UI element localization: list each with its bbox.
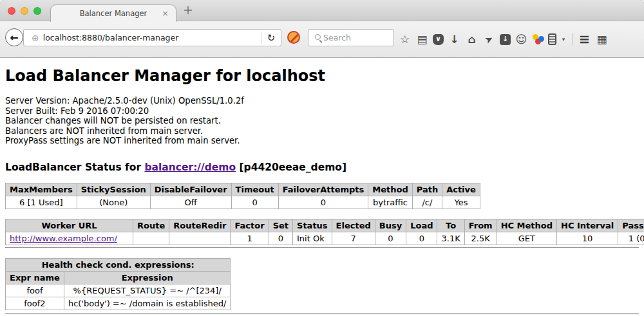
column-header: Load [406, 219, 437, 232]
cell: %{REQUEST_STATUS} =~ /^[234]/ [64, 284, 231, 297]
horizontal-rule [5, 247, 639, 248]
pocket-icon[interactable]: ∨ [433, 34, 444, 45]
page-content: Load Balancer Manager for localhost Serv… [0, 58, 644, 316]
server-info: Server Version: Apache/2.5.0-dev (Unix) … [5, 96, 639, 146]
info-line: Server Built: Feb 9 2016 07:00:20 [5, 106, 639, 116]
column-header: MaxMembers [6, 183, 77, 196]
column-header: Status [293, 219, 332, 232]
search-bar[interactable]: Search [308, 29, 394, 46]
cell: 6 [1 Used] [6, 196, 77, 209]
cell: 10 [557, 232, 618, 245]
url-bar[interactable]: ⊕ localhost:8880/balancer-manager ↻ [23, 29, 281, 46]
heading-prefix: LoadBalancer Status for [5, 162, 144, 173]
worker-url-link[interactable]: http://www.example.com/ [10, 234, 117, 243]
cell: Yes [442, 196, 480, 209]
back-button[interactable]: ← [5, 28, 23, 46]
video-download-icon[interactable]: ↓ [500, 34, 511, 45]
content-blocker-icon[interactable] [287, 31, 300, 44]
balancer-settings-table: MaxMembersStickySessionDisableFailoverTi… [5, 183, 480, 209]
balancer-link[interactable]: balancer://demo [144, 162, 236, 173]
cell: GET [497, 232, 556, 245]
search-icon [315, 34, 321, 40]
cell: 0 [269, 232, 292, 245]
new-tab-button[interactable]: + [183, 3, 193, 17]
home-icon[interactable]: ⌂ [465, 33, 478, 46]
column-header: To [437, 219, 464, 232]
colored-dots-icon[interactable] [532, 33, 544, 45]
cell: Off [150, 196, 231, 209]
column-header: Expression [64, 271, 231, 284]
cell: hc('body') =~ /domain is established/ [64, 297, 231, 310]
column-header: Worker URL [6, 219, 133, 232]
downloads-icon[interactable]: ↓ [448, 33, 461, 46]
cell [169, 232, 231, 245]
search-placeholder: Search [323, 33, 351, 42]
column-header: StickySession [77, 183, 150, 196]
cell: 7 [332, 232, 375, 245]
reading-list-icon[interactable]: ▤ [415, 33, 429, 46]
info-line: Balancers are NOT inherited from main se… [5, 126, 639, 136]
tab-close-icon[interactable]: × [162, 8, 169, 18]
toolbar-buttons: ☆▤∨↓⌂➤↓☺▾≡▦ [398, 21, 609, 57]
bookmark-star-icon[interactable]: ☆ [398, 33, 412, 46]
cell: 0 [278, 196, 368, 209]
traffic-light-zoom[interactable] [33, 7, 41, 15]
column-header: HC Method [497, 219, 556, 232]
info-line: Balancer changes will NOT be persisted o… [5, 116, 639, 126]
health-check-table: Health check cond. expressions:Expr name… [5, 258, 231, 310]
column-header: Route [133, 219, 169, 232]
column-header: Set [269, 219, 292, 232]
cell: 1 (0) [618, 232, 644, 245]
cell: 0 [406, 232, 437, 245]
menu-icon[interactable]: ≡ [578, 33, 591, 46]
pages-icon[interactable]: ▦ [595, 33, 609, 46]
column-header: DisableFailover [150, 183, 231, 196]
cell: foof2 [6, 297, 64, 310]
tab-bar: Balancer Manager × + [0, 0, 644, 21]
cell: 0 [375, 232, 406, 245]
column-header: Busy [375, 219, 406, 232]
column-header: From [464, 219, 497, 232]
info-line: Server Version: Apache/2.5.0-dev (Unix) … [5, 96, 639, 106]
navigation-toolbar: ← ⊕ localhost:8880/balancer-manager ↻ Se… [0, 21, 644, 58]
dropdown-caret-icon[interactable]: ▾ [560, 33, 567, 46]
table-row: foof2hc('body') =~ /domain is establishe… [6, 297, 231, 310]
table-title: Health check cond. expressions: [6, 258, 231, 271]
cell: /c/ [412, 196, 442, 209]
tab-balancer-manager[interactable]: Balancer Manager × [50, 5, 176, 22]
table-row: 6 [1 Used](None)Off00bytraffic/c/Yes [6, 196, 480, 209]
page-title: Load Balancer Manager for localhost [5, 67, 639, 85]
column-header: Elected [332, 219, 375, 232]
column-header: Method [368, 183, 412, 196]
cell: 1 [231, 232, 269, 245]
smiley-icon[interactable]: ☺ [515, 33, 528, 46]
table-row: foof%{REQUEST_STATUS} =~ /^[234]/ [6, 284, 231, 297]
send-icon[interactable]: ➤ [480, 30, 498, 48]
cell: 0 [231, 196, 278, 209]
battery-icon[interactable] [548, 33, 556, 45]
tab-title: Balancer Manager [80, 9, 147, 18]
column-header: Factor [231, 219, 269, 232]
cell: bytraffic [368, 196, 412, 209]
cell [133, 232, 169, 245]
column-header: RouteRedir [169, 219, 231, 232]
cell: http://www.example.com/ [6, 232, 133, 245]
url-text: localhost:8880/balancer-manager [43, 33, 261, 42]
reload-button[interactable]: ↻ [261, 32, 281, 44]
traffic-light-minimize[interactable] [21, 7, 28, 15]
column-header: Expr name [6, 271, 64, 284]
cell: 3.1K [437, 232, 464, 245]
balancer-status-heading: LoadBalancer Status for balancer://demo … [5, 162, 639, 173]
browser-window: Balancer Manager × + ← ⊕ localhost:8880/… [0, 0, 644, 316]
info-line: ProxyPass settings are NOT inherited fro… [5, 136, 639, 146]
dot [538, 36, 544, 42]
window-controls [8, 7, 41, 15]
table-row: http://www.example.com/10Init Ok7003.1K2… [6, 232, 644, 245]
heading-suffix: [p4420eeae_demo] [236, 162, 346, 173]
column-header: Path [412, 183, 442, 196]
cell: foof [6, 284, 64, 297]
worker-status-table: Worker URLRouteRouteRedirFactorSetStatus… [5, 219, 644, 245]
cell: Init Ok [293, 232, 332, 245]
traffic-light-close[interactable] [8, 7, 15, 15]
cell: 2.5K [464, 232, 497, 245]
